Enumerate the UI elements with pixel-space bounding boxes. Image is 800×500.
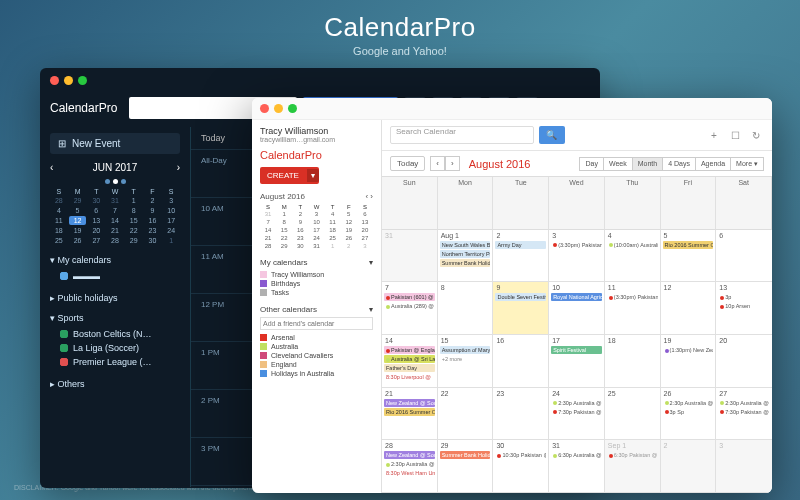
mini-next-icon[interactable]: › [370, 192, 373, 201]
event-chip[interactable]: Northern Territory Picn [440, 250, 491, 258]
mini-day[interactable]: 6 [357, 210, 373, 218]
day-cell[interactable]: 9Double Seven Festival [493, 282, 549, 335]
day-cell[interactable]: 20 [716, 335, 772, 388]
view-tab[interactable]: Day [579, 157, 603, 171]
mini-day[interactable]: 12 [341, 218, 357, 226]
event-chip[interactable]: 2:30p Australia @ [718, 399, 770, 407]
event-chip[interactable]: Pakistan (601) @ [384, 293, 435, 301]
day-cell[interactable]: 25 [605, 388, 661, 441]
day-cell[interactable]: 12 [661, 282, 717, 335]
event-chip[interactable]: Double Seven Festival [495, 293, 546, 301]
mini-day[interactable]: 2 [292, 210, 308, 218]
day-cell[interactable]: 23 [493, 388, 549, 441]
mini-day[interactable]: 23 [144, 226, 162, 235]
mini-day[interactable]: 7 [106, 206, 124, 215]
mini-day[interactable]: 1 [162, 236, 180, 245]
event-chip[interactable]: 3p [718, 293, 770, 301]
day-cell[interactable]: 16 [493, 335, 549, 388]
zoom-icon[interactable] [78, 76, 87, 85]
mini-day[interactable]: 11 [50, 216, 68, 225]
day-cell[interactable]: 262:30p Australia @3p Sp [661, 388, 717, 441]
page-icon[interactable]: ☐ [727, 127, 743, 143]
mini-day[interactable]: 3 [308, 210, 324, 218]
view-tab[interactable]: Week [604, 157, 633, 171]
zoom-icon[interactable] [288, 104, 297, 113]
mini-day[interactable]: 31 [106, 196, 124, 205]
event-chip[interactable]: 2:30p Australia @ [663, 399, 714, 407]
calendar-item[interactable]: Birthdays [260, 279, 373, 288]
mini-day[interactable]: 23 [292, 234, 308, 242]
day-cell[interactable]: 31 [382, 230, 438, 283]
event-chip[interactable]: 10p Arsen [718, 302, 770, 310]
event-chip[interactable]: 2:30p Australia @ S [384, 460, 435, 468]
create-button[interactable]: CREATE ▾ [260, 167, 319, 184]
mini-day[interactable]: 10 [308, 218, 324, 226]
event-chip[interactable]: Assumption of Mary [440, 346, 491, 354]
calendar-item[interactable]: Tasks [260, 288, 373, 297]
event-chip[interactable]: Royal National Agricult [551, 293, 602, 301]
mini-day[interactable]: 28 [260, 242, 276, 250]
day-cell[interactable]: 29Summer Bank Holiday [438, 440, 494, 493]
mini-day[interactable]: 9 [292, 218, 308, 226]
mini-day[interactable]: 5 [341, 210, 357, 218]
mini-day[interactable]: 22 [276, 234, 292, 242]
calendar-item[interactable]: Australia [260, 342, 373, 351]
mini-day[interactable]: 27 [357, 234, 373, 242]
mini-day[interactable]: 30 [292, 242, 308, 250]
mini-calendar[interactable]: SMTWTFS311234567891011121314151617181920… [260, 204, 373, 250]
day-cell[interactable]: 18 [605, 335, 661, 388]
day-cell[interactable]: 2Army Day [493, 230, 549, 283]
event-chip[interactable]: 10:30p Pakistan @ [495, 451, 546, 459]
day-cell[interactable]: Aug 1New South Wales BanNorthern Territo… [438, 230, 494, 283]
mini-day[interactable]: 2 [144, 196, 162, 205]
mini-day[interactable]: 20 [357, 226, 373, 234]
mini-day[interactable]: 31 [260, 210, 276, 218]
calendar-item[interactable]: Cleveland Cavaliers [260, 351, 373, 360]
mini-day[interactable]: 31 [308, 242, 324, 250]
day-cell[interactable]: 28New Zealand @ South Africa2:30p Austra… [382, 440, 438, 493]
event-chip[interactable]: New Zealand @ South Africa [384, 451, 435, 459]
mini-day[interactable]: 24 [308, 234, 324, 242]
other-calendars-header[interactable]: Other calendars▾ [260, 305, 373, 314]
mini-next-icon[interactable]: › [177, 162, 180, 173]
mini-day[interactable]: 10 [162, 206, 180, 215]
day-cell[interactable]: 4(10:00am) Australia (289) @ Sri Lanka (… [605, 230, 661, 283]
mini-day[interactable]: 16 [144, 216, 162, 225]
event-chip[interactable]: (3:30pm) Pakistan (601) @ England (742) [551, 241, 602, 249]
event-chip[interactable]: Australia @ Sri Lanka [384, 355, 435, 363]
event-chip[interactable]: +2 more [440, 355, 491, 363]
event-chip[interactable]: New South Wales Ban [440, 241, 491, 249]
mini-day[interactable]: 30 [144, 236, 162, 245]
mini-day[interactable]: 22 [125, 226, 143, 235]
section-header[interactable]: ▸ Others [50, 379, 180, 389]
calendar-item[interactable]: Premier League (… [54, 355, 180, 369]
event-chip[interactable]: 6:30p Pakistan @ [607, 451, 658, 459]
mini-day[interactable]: 21 [260, 234, 276, 242]
mini-prev-icon[interactable]: ‹ [365, 192, 368, 201]
mini-day[interactable]: 2 [341, 242, 357, 250]
event-chip[interactable]: Spirit Festival [551, 346, 602, 354]
mini-day[interactable]: 29 [276, 242, 292, 250]
event-chip[interactable]: 7:30p Pakistan @ [718, 408, 770, 416]
minimize-icon[interactable] [274, 104, 283, 113]
view-tab[interactable]: Month [633, 157, 663, 171]
view-tab[interactable]: Agenda [696, 157, 731, 171]
mini-day[interactable]: 14 [260, 226, 276, 234]
event-chip[interactable]: 7:30p Pakistan @ [551, 408, 602, 416]
day-cell[interactable]: 3010:30p Pakistan @ [493, 440, 549, 493]
mini-day[interactable]: 28 [50, 196, 68, 205]
day-cell[interactable]: 8 [438, 282, 494, 335]
calendar-item[interactable]: ▬▬▬ [54, 269, 180, 283]
mini-day[interactable]: 26 [69, 236, 87, 245]
day-cell[interactable]: 3 [716, 440, 772, 493]
day-cell[interactable]: 272:30p Australia @7:30p Pakistan @ [716, 388, 772, 441]
minimize-icon[interactable] [64, 76, 73, 85]
event-chip[interactable]: 3p Sp [663, 408, 714, 416]
view-tab[interactable]: More ▾ [731, 157, 764, 171]
mini-calendar[interactable]: SMTWTFS282930311234567891011121314151617… [50, 188, 180, 245]
prev-icon[interactable]: ‹ [430, 156, 445, 171]
event-chip[interactable]: 8:30p Liverpool @ [384, 373, 435, 381]
mini-prev-icon[interactable]: ‹ [50, 162, 53, 173]
mini-day[interactable]: 19 [341, 226, 357, 234]
mini-day[interactable]: 14 [106, 216, 124, 225]
